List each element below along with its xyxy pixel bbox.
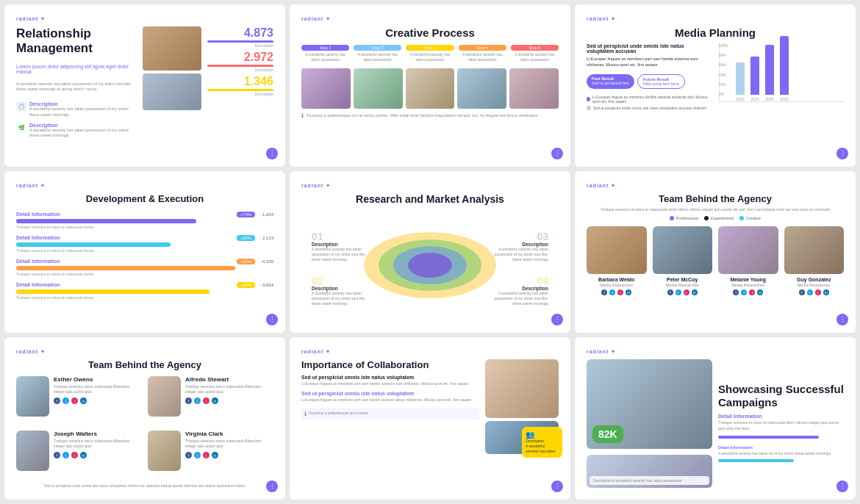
slide3-legend1-text: Li-Europan lingues as membres famillie s… [592,95,712,104]
slide6-legend3: Creative [739,216,761,220]
slide9-left: 82K Description A wonderful serenity has… [587,359,712,488]
slide3-menu[interactable]: ⋮ [836,148,848,159]
brand-logo-3: radiant [587,16,844,22]
slide1-img1 [143,26,201,71]
slide3-future-btn[interactable]: Future Result Nibh porta ferri ferre [637,74,685,89]
slide3-content: Sed ut perspiciut unde omnis iste natus … [587,43,844,155]
slide3-legend2-dot [587,106,591,110]
slide4-progress3 [16,266,235,270]
slide1-stat2-bar [207,65,273,67]
fb-icon-4: f [185,452,192,458]
slide1-images [143,26,201,155]
slide4-progress4 [16,289,209,294]
slide2-step4-text: A wonderful serenity has taken possessio… [459,52,506,62]
slide2-step1-badge: Step 1 [301,45,349,51]
ig-icon-2: i [203,397,209,404]
slide1-desc1-text: Description A wonderful serenity has tak… [29,101,137,118]
slide7-member1-desc: Tristique senectus netus malesuada Biben… [54,384,142,395]
slide1-desc2-text: Description A wonderful serenity has tak… [29,123,137,139]
slide7-member4-photo [148,431,181,471]
slide6-legend: Professional Experienced Creative [587,216,844,220]
brand-logo-4: radiant [16,183,273,189]
slide7-member3-photo [16,431,49,471]
slide1-stat1-num: 4.873 [207,26,273,40]
slide9-menu[interactable]: ⋮ [836,480,848,492]
slide6-member4-role: Media Researcher [784,283,845,287]
slide2-menu[interactable]: ⋮ [551,148,563,159]
slide1-menu[interactable]: ⋮ [266,148,278,159]
slide6-legend1: Professional [670,216,698,220]
slide8-note-text: Faucibus a pellentesque orci a parte [309,411,368,415]
slide3-bar1: 2023 [736,62,745,101]
slide6-member3-social: f t i in [718,289,778,295]
slide2-step1-text: A wonderful serenity has taken possessio… [301,52,349,62]
slide7-member2-desc: Tristique senectus netus malesuada Biben… [185,384,273,395]
slide1-stat2-label: Description [207,68,273,72]
slide2-img1 [301,68,351,109]
facebook-icon-2: f [667,289,673,295]
slide1-stats: 4.873 Description 2.972 Description 1.34… [207,26,273,155]
twitter-icon-4: t [807,289,813,295]
ig-icon-3: i [71,452,78,458]
slide5-desc2: 02 Description A wonderful serenity has … [312,276,367,306]
slide6-member4-photo [784,226,845,274]
slide9-content: 82K Description A wonderful serenity has… [587,359,844,488]
slide3-bar4-fill [780,36,789,95]
slide6-member1: Barbara Weldo Media Researcher f t i in [587,226,647,295]
slide6-member4-social: f t i in [784,289,845,295]
li-icon-2: in [212,397,218,404]
slide9-badge: 82K [592,425,623,443]
fb-icon-2: f [185,397,192,404]
slide-collaboration: radiant Importance of Collaboration Sed … [290,337,570,500]
slide1-stat3-bar [207,89,273,91]
slide7-menu[interactable]: ⋮ [266,480,278,492]
slide8-menu[interactable]: ⋮ [551,480,563,492]
slide-team-agency: radiant Team Behind the Agency Tristique… [575,171,856,334]
slide6-member1-social: f t i in [587,289,647,295]
slide1-stat2: 2.972 Description [207,51,273,72]
slide6-member2-name: Peter McCoy [653,277,713,282]
slide7-grid: Esther Owens Tristique senectus netus ma… [16,376,273,479]
brand-logo-1: radiant [16,16,273,22]
slide6-team: Barbara Weldo Media Researcher f t i in … [587,226,844,295]
slide6-title: Team Behind the Agency [587,193,844,204]
slide8-left: Importance of Collaboration Sed ut persp… [301,359,479,488]
slide6-member1-role: Media Researcher [587,283,647,287]
slide9-desc-card: Description A wonderful serenity has tak… [590,476,709,485]
slide8-note: ℹ Faucibus a pellentesque orci a parte [301,408,479,420]
slide7-member3-name: Joseph Walters [54,431,142,437]
slide4-menu[interactable]: ⋮ [266,314,278,325]
slide6-legend3-dot [739,216,744,220]
slide7-member2-social: f t i in [185,397,273,404]
slide3-bar2-fill [750,57,759,95]
slide8-card-icon: 👥 [526,431,559,439]
slide8-yellow-card: 👥 DescriptionA wonderful serenity has to… [522,427,562,458]
slide4-bar4: Detail Information +84% - 3.634 Tristiqu… [16,282,273,300]
brand-logo-8: radiant [301,349,559,355]
slide9-detail-title1: Detail Information [718,414,844,419]
slide2-step5-text: A wonderful serenity has taken possessio… [511,52,559,62]
slide6-member2-role: Media Researcher [653,283,713,287]
slide3-past-btn[interactable]: Past Result Sed ut perspiciut ferr [587,74,634,89]
slide3-legend1-dot [587,97,590,101]
slide8-text1: Li-Europan lingues as membres part sam f… [301,381,479,387]
slide4-bar2: Detail Information +65% - 2.113 Tristiqu… [16,235,273,253]
slide-creative-process: radiant Creative Process Step 1 A wonder… [290,4,570,167]
slide8-content: Importance of Collaboration Sed ut persp… [301,359,559,488]
slide8-subtitle2: Sed ut perspiciut omnis iste natus volup… [301,391,479,396]
slide3-bar2: 2024 [750,57,759,101]
linkedin-icon-2: in [692,289,698,295]
brand-logo-5: radiant [301,183,559,189]
slide5-menu[interactable]: ⋮ [551,314,563,325]
brand-logo-2: radiant [301,16,559,22]
slide6-legend2-label: Experienced [711,216,734,220]
instagram-icon-4: i [815,289,821,295]
slide6-legend3-label: Creative [746,216,761,220]
slide3-bar3: 2025 [765,45,774,101]
slide7-title: Team Behind the Agency [16,359,273,370]
slide3-text-body: Li-Europan lingues as members part sam f… [587,56,712,68]
li-icon-4: in [212,452,218,458]
slide6-member3-photo [718,226,778,274]
slide2-footer-text: Faucibus a pellentesque orci at varius p… [307,113,538,118]
slide6-menu[interactable]: ⋮ [836,314,848,325]
